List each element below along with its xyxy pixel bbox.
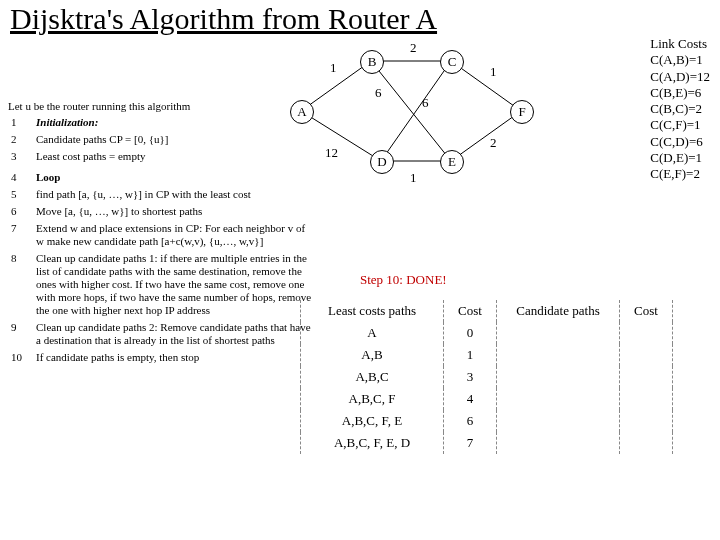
least-cost-path: A,B <box>301 344 444 366</box>
link-cost-item: C(C,D)=6 <box>650 134 710 150</box>
edge-weight: 6 <box>422 95 429 111</box>
edge-weight: 1 <box>410 170 417 186</box>
edge-weight: 6 <box>375 85 382 101</box>
col-header: Candidate paths <box>497 300 620 322</box>
node-f: F <box>510 100 534 124</box>
node-d: D <box>370 150 394 174</box>
step-message: Step 10: DONE! <box>360 272 447 288</box>
svg-line-6 <box>451 111 521 161</box>
node-a: A <box>290 100 314 124</box>
svg-line-4 <box>381 61 451 161</box>
link-costs-heading: Link Costs <box>650 36 710 52</box>
col-header: Cost <box>444 300 497 322</box>
edge-weight: 1 <box>330 60 337 76</box>
link-cost-item: C(B,C)=2 <box>650 101 710 117</box>
edge-weight: 2 <box>410 40 417 56</box>
least-cost-path: A,B,C, F, E <box>301 410 444 432</box>
least-cost-value: 7 <box>444 432 497 454</box>
edge-weight: 2 <box>490 135 497 151</box>
link-cost-item: C(A,B)=1 <box>650 52 710 68</box>
page-title: Dijsktra's Algorithm from Router A <box>10 2 437 36</box>
least-cost-path: A,B,C <box>301 366 444 388</box>
link-cost-item: C(A,D)=12 <box>650 69 710 85</box>
svg-line-3 <box>371 61 451 161</box>
link-cost-item: C(D,E)=1 <box>650 150 710 166</box>
link-cost-item: C(B,E)=6 <box>650 85 710 101</box>
least-cost-path: A,B,C, F, E, D <box>301 432 444 454</box>
edge-weight: 12 <box>325 145 338 161</box>
edge-weight: 1 <box>490 64 497 80</box>
col-header: Cost <box>620 300 673 322</box>
least-cost-path: A <box>301 322 444 344</box>
least-cost-value: 1 <box>444 344 497 366</box>
least-cost-path: A,B,C, F <box>301 388 444 410</box>
least-cost-value: 4 <box>444 388 497 410</box>
least-cost-value: 3 <box>444 366 497 388</box>
link-cost-item: C(E,F)=2 <box>650 166 710 182</box>
algorithm-listing: Let u be the router running this algorit… <box>8 100 318 366</box>
node-e: E <box>440 150 464 174</box>
results-table: Least costs pathsCostCandidate pathsCost… <box>300 300 673 454</box>
least-cost-value: 0 <box>444 322 497 344</box>
node-b: B <box>360 50 384 74</box>
link-cost-item: C(C,F)=1 <box>650 117 710 133</box>
link-costs: Link Costs C(A,B)=1C(A,D)=12C(B,E)=6C(B,… <box>650 36 710 182</box>
node-c: C <box>440 50 464 74</box>
algo-intro: Let u be the router running this algorit… <box>8 100 318 113</box>
least-cost-value: 6 <box>444 410 497 432</box>
col-header: Least costs paths <box>301 300 444 322</box>
